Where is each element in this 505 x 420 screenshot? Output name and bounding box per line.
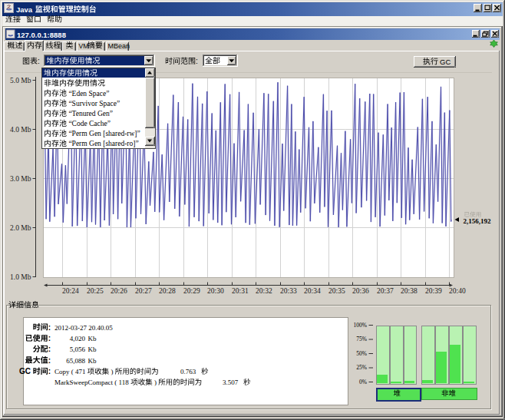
svg-text::: : bbox=[48, 345, 51, 353]
svg-text:VM: VM bbox=[79, 42, 89, 50]
svg-text:“Survivor Space”: “Survivor Space” bbox=[67, 100, 120, 107]
svg-text:): ) bbox=[153, 379, 159, 386]
svg-text::: : bbox=[48, 356, 51, 365]
svg-text:25%: 25% bbox=[356, 364, 367, 371]
svg-text:20:28: 20:28 bbox=[159, 287, 176, 295]
svg-text:2,156,192: 2,156,192 bbox=[464, 217, 492, 225]
svg-text:MBean: MBean bbox=[108, 42, 130, 50]
svg-text:“Perm Gen [shared-ro]”: “Perm Gen [shared-ro]” bbox=[67, 140, 139, 147]
svg-text::: : bbox=[48, 334, 51, 342]
svg-text:“Eden Space”: “Eden Space” bbox=[67, 90, 109, 98]
svg-text:20:25: 20:25 bbox=[87, 287, 104, 295]
svg-text:4.0 Mb: 4.0 Mb bbox=[10, 126, 31, 134]
svg-text:“Tenured Gen”: “Tenured Gen” bbox=[67, 110, 113, 117]
svg-text:5.0 Mb: 5.0 Mb bbox=[10, 77, 31, 84]
svg-text::: : bbox=[38, 57, 40, 65]
svg-text:20:31: 20:31 bbox=[232, 287, 249, 295]
svg-text:20:30: 20:30 bbox=[207, 287, 224, 295]
svg-text::: : bbox=[196, 57, 198, 65]
svg-text:65,088: 65,088 bbox=[66, 357, 85, 365]
svg-text:20:39: 20:39 bbox=[425, 287, 442, 295]
svg-text:2012-03-27 20.40.05: 2012-03-27 20.40.05 bbox=[54, 324, 113, 332]
svg-text:“Perm Gen [shared-rw]”: “Perm Gen [shared-rw]” bbox=[67, 130, 140, 137]
svg-text:20:40: 20:40 bbox=[449, 287, 466, 295]
svg-text:20:33: 20:33 bbox=[280, 287, 297, 295]
svg-text:0.763: 0.763 bbox=[180, 368, 196, 375]
svg-text:MarkSweepCompact ( 118: MarkSweepCompact ( 118 bbox=[54, 379, 130, 386]
svg-text::: : bbox=[48, 323, 51, 332]
svg-text:20:29: 20:29 bbox=[183, 287, 200, 295]
svg-text:20:32: 20:32 bbox=[256, 287, 272, 295]
svg-text:3.507: 3.507 bbox=[223, 379, 239, 386]
svg-text:20:35: 20:35 bbox=[328, 287, 345, 295]
svg-text::: : bbox=[48, 367, 51, 375]
svg-text:0%: 0% bbox=[359, 379, 367, 385]
svg-text:Kb: Kb bbox=[88, 357, 97, 365]
svg-text:5,056: 5,056 bbox=[70, 346, 86, 353]
svg-text:20:34: 20:34 bbox=[304, 287, 321, 295]
svg-text:Java: Java bbox=[16, 5, 35, 14]
svg-text:20:24: 20:24 bbox=[62, 287, 79, 295]
svg-text:): ) bbox=[109, 368, 115, 375]
svg-text:50%: 50% bbox=[356, 350, 367, 357]
svg-text:75%: 75% bbox=[356, 336, 367, 342]
svg-text:20:38: 20:38 bbox=[401, 287, 418, 295]
svg-text:Copy ( 471: Copy ( 471 bbox=[54, 368, 87, 375]
svg-text:100%: 100% bbox=[354, 322, 368, 329]
svg-text:20:37: 20:37 bbox=[377, 287, 394, 295]
svg-text:20:27: 20:27 bbox=[135, 287, 152, 295]
svg-text:Kb: Kb bbox=[88, 346, 97, 353]
svg-text:20:26: 20:26 bbox=[111, 287, 127, 295]
svg-text:127.0.0.1:8888: 127.0.0.1:8888 bbox=[17, 31, 66, 39]
svg-text:GC: GC bbox=[440, 58, 451, 66]
svg-text:2.0 Mb: 2.0 Mb bbox=[10, 224, 31, 232]
svg-text:“Code Cache”: “Code Cache” bbox=[67, 120, 111, 127]
svg-text:3.0 Mb: 3.0 Mb bbox=[10, 175, 31, 183]
svg-text:Kb: Kb bbox=[88, 335, 97, 342]
svg-text:20:36: 20:36 bbox=[352, 287, 369, 295]
svg-text:GC: GC bbox=[19, 367, 33, 375]
svg-text:4,020: 4,020 bbox=[70, 335, 86, 342]
svg-text:1.0 Mb: 1.0 Mb bbox=[10, 273, 31, 281]
